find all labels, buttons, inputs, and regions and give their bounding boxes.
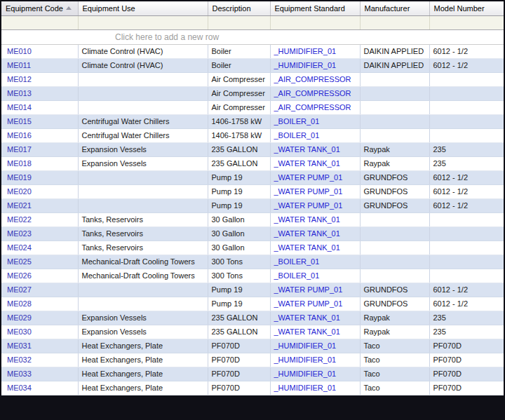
cell-model[interactable]: 235	[429, 156, 504, 170]
cell-code[interactable]: ME024	[1, 241, 78, 255]
cell-code[interactable]: ME026	[1, 269, 78, 283]
cell-manufacturer[interactable]	[360, 255, 429, 269]
cell-standard[interactable]: _HUMIDIFIER_01	[270, 353, 360, 367]
filter-cell-manufacturer[interactable]	[360, 15, 429, 29]
cell-model[interactable]	[429, 269, 504, 283]
cell-use[interactable]: Heat Exchangers, Plate	[78, 339, 208, 353]
cell-code[interactable]: ME016	[1, 128, 78, 142]
cell-description[interactable]: 30 Gallon	[208, 212, 270, 226]
cell-description[interactable]: 1406-1758 kW	[208, 114, 270, 128]
cell-manufacturer[interactable]	[360, 114, 429, 128]
table-row[interactable]: ME027Pump 19_WATER PUMP_01GRUNDFOS6012 -…	[1, 283, 504, 297]
column-header-equipment-code[interactable]: Equipment Code	[1, 1, 78, 15]
cell-model[interactable]: 235	[429, 311, 504, 325]
cell-code[interactable]: ME033	[1, 367, 78, 381]
cell-code[interactable]: ME023	[1, 226, 78, 241]
cell-standard[interactable]: _WATER TANK_01	[270, 241, 360, 255]
cell-use[interactable]: Climate Control (HVAC)	[78, 58, 208, 72]
cell-standard[interactable]: _HUMIDIFIER_01	[270, 381, 360, 395]
cell-code[interactable]: ME029	[1, 311, 78, 325]
table-row[interactable]: ME010Climate Control (HVAC)Boiler_HUMIDI…	[1, 44, 504, 58]
column-header-manufacturer[interactable]: Manufacturer	[360, 1, 429, 15]
table-row[interactable]: ME024Tanks, Reservoirs30 Gallon_WATER TA…	[1, 241, 504, 255]
cell-code[interactable]: ME022	[1, 212, 78, 226]
cell-description[interactable]: Pump 19	[208, 198, 270, 212]
cell-model[interactable]: PF070D	[429, 381, 504, 395]
cell-manufacturer[interactable]: Raypak	[360, 156, 429, 170]
cell-use[interactable]: Heat Exchangers, Plate	[78, 353, 208, 367]
cell-model[interactable]: 6012 - 1/2	[429, 170, 504, 184]
cell-description[interactable]: PF070D	[208, 367, 270, 381]
cell-use[interactable]: Tanks, Reservoirs	[78, 241, 208, 255]
cell-use[interactable]	[78, 170, 208, 184]
cell-standard[interactable]: _HUMIDIFIER_01	[270, 58, 360, 72]
cell-model[interactable]: PF070D	[429, 367, 504, 381]
cell-model[interactable]: 6012 - 1/2	[429, 44, 504, 58]
cell-description[interactable]: Air Compresser	[208, 100, 270, 114]
add-new-row[interactable]: Click here to add a new row	[1, 29, 504, 44]
cell-manufacturer[interactable]: Taco	[360, 353, 429, 367]
filter-cell-description[interactable]	[208, 15, 270, 29]
column-header-description[interactable]: Description	[208, 1, 270, 15]
cell-model[interactable]: 6012 - 1/2	[429, 198, 504, 212]
table-row[interactable]: ME034Heat Exchangers, PlatePF070D_HUMIDI…	[1, 381, 504, 395]
cell-use[interactable]	[78, 297, 208, 311]
table-row[interactable]: ME013Air Compresser_AIR_COMPRESSOR	[1, 86, 504, 100]
cell-model[interactable]: 235	[429, 325, 504, 339]
cell-model[interactable]	[429, 226, 504, 241]
cell-manufacturer[interactable]: Taco	[360, 381, 429, 395]
filter-cell-equipment-standard[interactable]	[270, 15, 360, 29]
cell-model[interactable]: 6012 - 1/2	[429, 297, 504, 311]
cell-standard[interactable]: _BOILER_01	[270, 269, 360, 283]
cell-model[interactable]: 6012 - 1/2	[429, 58, 504, 72]
cell-code[interactable]: ME032	[1, 353, 78, 367]
column-header-model-number[interactable]: Model Number	[429, 1, 504, 15]
cell-manufacturer[interactable]: Raypak	[360, 325, 429, 339]
cell-manufacturer[interactable]	[360, 100, 429, 114]
filter-cell-model-number[interactable]	[429, 15, 504, 29]
table-row[interactable]: ME033Heat Exchangers, PlatePF070D_HUMIDI…	[1, 367, 504, 381]
cell-manufacturer[interactable]: GRUNDFOS	[360, 170, 429, 184]
cell-model[interactable]	[429, 114, 504, 128]
table-row[interactable]: ME017Expansion Vessels235 GALLON_WATER T…	[1, 142, 504, 156]
cell-description[interactable]: Pump 19	[208, 283, 270, 297]
cell-use[interactable]: Expansion Vessels	[78, 156, 208, 170]
cell-description[interactable]: 300 Tons	[208, 255, 270, 269]
table-row[interactable]: ME019Pump 19_WATER PUMP_01GRUNDFOS6012 -…	[1, 170, 504, 184]
cell-standard[interactable]: _WATER PUMP_01	[270, 198, 360, 212]
filter-cell-equipment-code[interactable]	[1, 15, 78, 29]
cell-code[interactable]: ME019	[1, 170, 78, 184]
table-row[interactable]: ME025Mechanical-Draft Cooling Towers300 …	[1, 255, 504, 269]
cell-use[interactable]	[78, 184, 208, 198]
cell-standard[interactable]: _BOILER_01	[270, 255, 360, 269]
cell-code[interactable]: ME011	[1, 58, 78, 72]
cell-standard[interactable]: _AIR_COMPRESSOR	[270, 86, 360, 100]
cell-standard[interactable]: _WATER PUMP_01	[270, 184, 360, 198]
cell-model[interactable]	[429, 72, 504, 86]
cell-standard[interactable]: _AIR_COMPRESSOR	[270, 72, 360, 86]
cell-manufacturer[interactable]: Raypak	[360, 142, 429, 156]
cell-manufacturer[interactable]: DAIKIN APPLIED	[360, 58, 429, 72]
cell-description[interactable]: PF070D	[208, 353, 270, 367]
cell-description[interactable]: 235 GALLON	[208, 325, 270, 339]
cell-description[interactable]: Pump 19	[208, 170, 270, 184]
cell-use[interactable]: Mechanical-Draft Cooling Towers	[78, 255, 208, 269]
cell-description[interactable]: 30 Gallon	[208, 226, 270, 241]
cell-manufacturer[interactable]: GRUNDFOS	[360, 184, 429, 198]
cell-model[interactable]	[429, 100, 504, 114]
cell-manufacturer[interactable]: GRUNDFOS	[360, 297, 429, 311]
cell-description[interactable]: Pump 19	[208, 184, 270, 198]
cell-standard[interactable]: _AIR_COMPRESSOR	[270, 100, 360, 114]
cell-manufacturer[interactable]: DAIKIN APPLIED	[360, 44, 429, 58]
cell-model[interactable]: 6012 - 1/2	[429, 184, 504, 198]
cell-code[interactable]: ME027	[1, 283, 78, 297]
cell-use[interactable]	[78, 198, 208, 212]
cell-use[interactable]: Expansion Vessels	[78, 325, 208, 339]
table-row[interactable]: ME020Pump 19_WATER PUMP_01GRUNDFOS6012 -…	[1, 184, 504, 198]
cell-model[interactable]	[429, 128, 504, 142]
cell-standard[interactable]: _WATER TANK_01	[270, 142, 360, 156]
cell-code[interactable]: ME034	[1, 381, 78, 395]
cell-description[interactable]: Air Compresser	[208, 72, 270, 86]
table-row[interactable]: ME032Heat Exchangers, PlatePF070D_HUMIDI…	[1, 353, 504, 367]
column-header-equipment-use[interactable]: Equipment Use	[78, 1, 208, 15]
